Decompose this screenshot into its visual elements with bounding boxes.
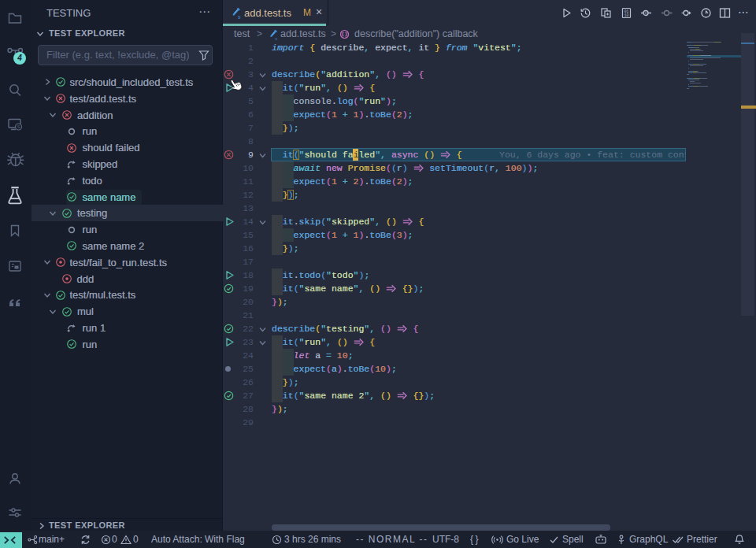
- svg-text:10: 10: [624, 13, 629, 17]
- svg-text:s: s: [238, 14, 241, 20]
- svg-text:S: S: [17, 124, 20, 129]
- svg-text:s: s: [275, 35, 278, 41]
